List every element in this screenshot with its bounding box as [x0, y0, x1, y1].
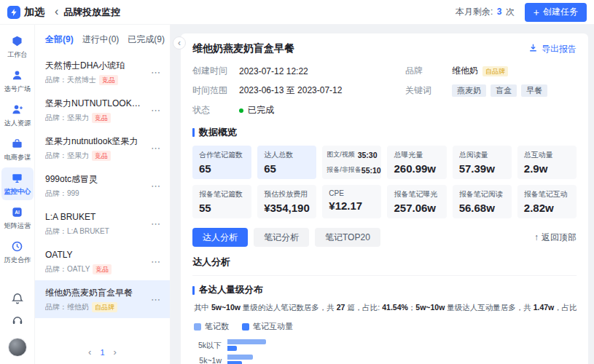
support-headset-icon[interactable] [11, 310, 24, 331]
sidebar-item-label: 监控中心 [4, 187, 31, 197]
legend-notes[interactable]: 笔记数 [194, 321, 229, 332]
stat-card-dual: 图文/视频 35:30 报备/非报备 55:10 [322, 146, 381, 179]
arrow-up-icon: ↑ [534, 232, 539, 242]
info-row: 状态 已完成 [192, 104, 577, 116]
tab-influencer-analysis[interactable]: 达人分析 [192, 228, 248, 247]
chart-legend: 笔记数 笔记互动量 [194, 321, 577, 332]
legend-interactions[interactable]: 笔记互动量 [242, 321, 293, 332]
stat-card: 报备笔记互动 2.82w [517, 185, 577, 218]
legend-notes-label: 笔记数 [205, 321, 229, 332]
task-item-main: 999otc感冒灵 品牌：999 [45, 173, 148, 199]
created-time-value: 2023-07-12 12:22 [239, 66, 308, 76]
brand-label: 品牌 [405, 65, 452, 77]
bar-interactions [227, 361, 242, 364]
clock-icon [11, 240, 23, 253]
sidebar-item-history-cooperation[interactable]: 历史合作 [1, 236, 34, 269]
task-list-item[interactable]: 坚果力nutnutlook坚果力 品牌：坚果力 竞品 ⋯ [35, 129, 170, 167]
level-distribution-chart: 5k以下 5k~1w [192, 339, 577, 364]
task-brand: 品牌：坚果力 [45, 151, 89, 161]
dual-stat-row: 报备/非报备 55:10 [327, 165, 377, 175]
status-dot [239, 108, 243, 113]
stat-card: 合作笔记篇数 65 [192, 146, 251, 179]
app: 加选 ‹ 品牌投放监控 本月剩余: 3 次 + 创建任务 工作台 [0, 0, 594, 364]
tab-note-analysis[interactable]: 笔记分析 [254, 228, 309, 247]
task-brand-line: 品牌：坚果力 竞品 [45, 113, 148, 123]
keywords: 关键词 燕麦奶 盲盒 早餐 [405, 84, 552, 97]
sidebar-item-influencer-resources[interactable]: 达人资源 [1, 99, 34, 132]
legend-interactions-label: 笔记互动量 [253, 321, 293, 332]
task-list-item[interactable]: 999otc感冒灵 品牌：999 ⋯ [35, 167, 170, 205]
task-list-item[interactable]: OATLY 品牌：OATLY 竞品 ⋯ [35, 242, 170, 280]
task-item-main: 坚果力NUTNUTLOOK坚果力... 品牌：坚果力 竞品 [45, 98, 148, 123]
bar-interactions [227, 346, 237, 351]
sidebar-item-workbench[interactable]: 工作台 [1, 31, 34, 63]
collapse-panel-icon[interactable]: ‹ [173, 36, 186, 50]
task-brand-line: 品牌：维他奶 自品牌 [45, 302, 148, 312]
tab-note-top20[interactable]: 笔记TOP20 [315, 228, 380, 247]
stat-label: 预估投放费用 [264, 189, 310, 199]
svg-text:AI: AI [15, 210, 20, 215]
legend-notes-swatch [194, 323, 201, 331]
more-actions-icon[interactable]: ⋯ [148, 64, 164, 81]
section-marker [192, 128, 195, 137]
prev-page-icon[interactable]: ‹ [88, 347, 91, 357]
stat-label: 报备笔记曝光 [394, 189, 439, 199]
competitor-tag: 竞品 [93, 264, 112, 274]
next-page-icon[interactable]: › [114, 347, 117, 357]
competitor-tag: 竞品 [92, 113, 111, 123]
section-marker [192, 286, 195, 295]
dual-stat-row: 图文/视频 35:30 [327, 150, 377, 159]
stat-label: 图文/视频 [327, 150, 355, 159]
create-task-button[interactable]: + 创建任务 [525, 3, 587, 22]
detail-content: ‹ 维他奶燕麦奶盲盒早餐 导出报告 创建时间 2023 [171, 25, 594, 364]
more-actions-icon[interactable]: ⋯ [148, 253, 164, 270]
back-to-top-button[interactable]: ↑ 返回顶部 [534, 232, 577, 244]
task-brand-line: 品牌：L:A BRUKET [45, 226, 148, 237]
more-actions-icon[interactable]: ⋯ [148, 102, 164, 119]
chart-bars [227, 355, 577, 364]
notification-bell-icon[interactable] [11, 288, 24, 309]
pagination: ‹ 1 › [35, 341, 170, 364]
main-body: 工作台 选号广场 达人资源 电商参谋 [0, 25, 594, 364]
task-brand: 品牌：999 [45, 189, 79, 199]
more-actions-icon[interactable]: ⋯ [148, 178, 164, 194]
user-avatar[interactable] [8, 338, 27, 357]
more-actions-icon[interactable]: ⋯ [148, 291, 164, 308]
tab-in-progress[interactable]: 进行中(0) [82, 33, 120, 46]
task-title: 999otc感冒灵 [45, 173, 148, 185]
level-distribution-header: 各达人量级分布 [192, 284, 577, 296]
export-report-button[interactable]: 导出报告 [528, 43, 577, 55]
quota-value: 3 [497, 7, 502, 17]
sidebar-item-ecommerce-advisor[interactable]: 电商参谋 [1, 133, 34, 166]
person-icon [11, 69, 23, 82]
sidebar-item-monitoring-center[interactable]: 监控中心 [1, 167, 34, 200]
more-actions-icon[interactable]: ⋯ [148, 215, 164, 232]
task-brand: 品牌：天然博士 [45, 75, 96, 85]
legend-interactions-swatch [242, 323, 249, 331]
back-icon[interactable]: ‹ [55, 6, 58, 17]
stat-card: 达人总数 65 [257, 146, 316, 179]
stat-value: 2.82w [524, 202, 570, 214]
sidebar-item-selection-plaza[interactable]: 选号广场 [1, 65, 34, 98]
stat-value: 55:10 [362, 166, 381, 175]
brand-value: 维他奶 [452, 65, 478, 77]
tab-completed[interactable]: 已完成(9) [128, 33, 165, 46]
logo[interactable]: 加选 [7, 6, 44, 19]
brand: 品牌 维他奶 自品牌 [405, 65, 508, 77]
task-list-item[interactable]: 天然博士DHA小琥珀 品牌：天然博士 竞品 ⋯ [35, 53, 170, 91]
info-row: 创建时间 2023-07-12 12:22 品牌 维他奶 自品牌 [192, 65, 577, 77]
more-actions-icon[interactable]: ⋯ [148, 140, 164, 157]
task-item-main: 坚果力nutnutlook坚果力 品牌：坚果力 竞品 [45, 135, 148, 161]
tab-all[interactable]: 全部(9) [45, 33, 74, 46]
sidebar-item-label: 选号广场 [4, 84, 31, 94]
task-list-item[interactable]: L:A BRUKET 品牌：L:A BRUKET ⋯ [35, 205, 170, 242]
page-number[interactable]: 1 [100, 348, 104, 357]
sidebar-item-matrix-operations[interactable]: AI 矩阵运营 [1, 202, 34, 234]
task-list-item-selected[interactable]: 维他奶燕麦奶盲盒早餐 品牌：维他奶 自品牌 ⋯ [35, 280, 170, 318]
status: 状态 已完成 [192, 104, 405, 116]
download-icon [528, 43, 538, 55]
level-distribution-section: 各达人量级分布 其中 5w~10w 量级的达人笔记数居多，共 27 篇，占比: … [192, 284, 577, 364]
task-title: 坚果力NUTNUTLOOK坚果力... [45, 98, 148, 109]
task-list-item[interactable]: 坚果力NUTNUTLOOK坚果力... 品牌：坚果力 竞品 ⋯ [35, 91, 170, 129]
chart-category-label: 5k~1w [192, 355, 227, 364]
